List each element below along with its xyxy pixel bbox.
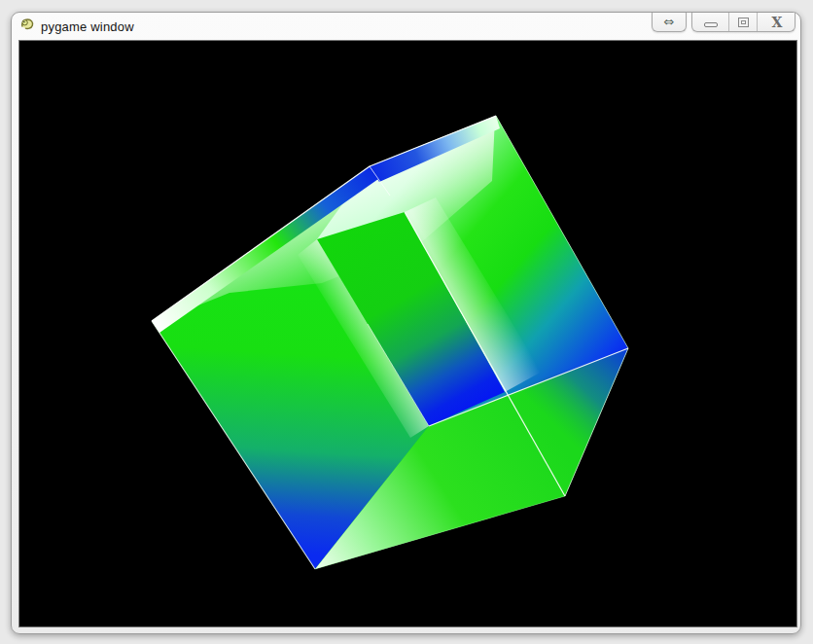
shade-button[interactable]: ⇔ <box>652 13 687 32</box>
window-controls-group: X <box>691 13 795 32</box>
minimize-icon <box>704 22 718 27</box>
close-icon: X <box>772 14 783 31</box>
cube-scene <box>19 41 796 626</box>
double-arrow-icon: ⇔ <box>653 13 686 31</box>
close-button[interactable]: X <box>757 13 796 31</box>
minimize-button[interactable] <box>692 13 728 31</box>
maximize-button[interactable] <box>728 13 757 31</box>
window-title: pygame window <box>41 19 134 34</box>
maximize-icon <box>738 18 749 27</box>
title-bar[interactable]: pygame window ⇔ X <box>12 13 800 41</box>
pygame-window: pygame window ⇔ X <box>11 12 801 634</box>
game-canvas[interactable] <box>18 40 797 627</box>
pygame-icon <box>19 17 36 33</box>
